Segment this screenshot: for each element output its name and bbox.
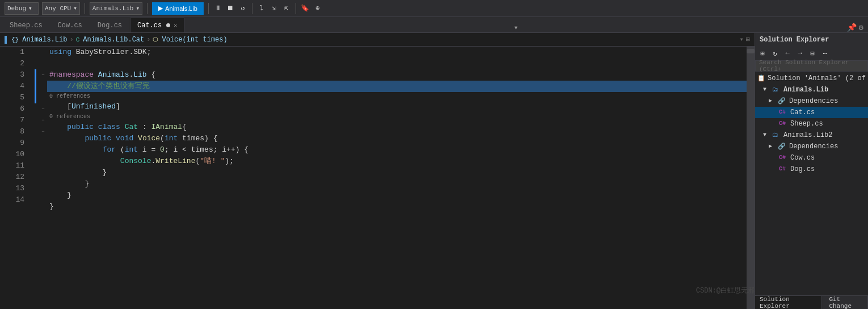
se-item-animalslib2[interactable]: ▼ 🗂 Animals.Lib2 (755, 130, 868, 141)
breadcrumb-class-label: Animals.Lib.Cat (83, 36, 144, 44)
se-item-catcs[interactable]: C# Cat.cs (755, 107, 868, 118)
eg-7-collapse[interactable]: − (39, 115, 47, 126)
se-item-sheepcs[interactable]: C# Sheep.cs (755, 118, 868, 130)
code-line-4: //假设这个类也没有写完 (47, 81, 747, 92)
code-line-5: [Unfinished] (47, 101, 747, 112)
stepout-icon[interactable]: ⇱ (282, 4, 291, 13)
breadcrumb-sep-2: › (146, 36, 150, 44)
platform-dropdown[interactable]: Any CPU ▾ (42, 2, 80, 15)
marker-7 (31, 115, 39, 126)
line-num-4: 4 (0, 81, 24, 92)
editor-scrollbar[interactable] (747, 47, 755, 309)
se-animalslib-label: Animals.Lib (783, 84, 828, 95)
se-solution-label: Solution 'Animals' (2 of 2 (768, 73, 868, 84)
pin-button[interactable]: 📌 (847, 23, 857, 32)
tab-dog[interactable]: Dog.cs (90, 18, 129, 32)
code-line-3: #namespace Animals.Lib { (47, 69, 747, 81)
ref-count-6: 0 references (47, 112, 90, 122)
bookmark-icon[interactable]: 🔖 (301, 4, 310, 13)
code-line-11: } (47, 178, 747, 190)
code-content[interactable]: using BabyStroller.SDK; #namespace Anima… (47, 47, 747, 309)
se-forward-icon[interactable]: → (795, 48, 805, 59)
se-deps2-label: Dependencies (789, 141, 838, 152)
breadcrumb-namespace[interactable]: {} Animals.Lib (11, 36, 67, 44)
code-line-12: } (47, 190, 747, 201)
code-line-10: } (47, 167, 747, 178)
se-item-dogcs[interactable]: C# Dog.cs (755, 164, 868, 175)
line-num-2: 2 (0, 58, 24, 69)
breadcrumb-expand-icon[interactable]: ⊞ (746, 35, 750, 44)
solution-explorer-toolbar: ⊞ ↻ ← → ⊟ ⋯ (755, 47, 868, 60)
se-catcs-icon: C# (779, 107, 788, 118)
breadcrumb-method[interactable]: ⬡ Voice(int times) (153, 36, 227, 44)
se-footer-git-tab[interactable]: Git Change (824, 296, 868, 310)
se-footer-solution-label: Solution Explorer (760, 296, 817, 310)
breadcrumb-overflow-icon[interactable]: ▾ (740, 35, 744, 44)
eg-14 (39, 194, 47, 206)
se-item-deps2[interactable]: ▶ 🔗 Dependencies (755, 141, 868, 152)
se-more-icon[interactable]: ⋯ (820, 48, 830, 59)
play-button[interactable]: ▶ Animals.Lib (152, 2, 204, 15)
se-sync-icon[interactable]: ⊞ (757, 48, 768, 59)
breadcrumb-method-label: Voice(int times) (162, 36, 227, 44)
tab-cat[interactable]: Cat.cs ✕ (130, 18, 184, 32)
tab-cow[interactable]: Cow.cs (50, 18, 90, 32)
breadcrumb-indicator (5, 36, 7, 44)
restart-icon[interactable]: ↺ (238, 4, 247, 13)
se-item-deps1[interactable]: ▶ 🔗 Dependencies (755, 95, 868, 107)
project-dropdown[interactable]: Animals.Lib ▾ (90, 2, 142, 15)
se-back-icon[interactable]: ← (782, 48, 793, 59)
platform-label: Any CPU (45, 5, 71, 12)
eg-10 (39, 149, 47, 160)
eg-6-collapse[interactable]: − (39, 103, 47, 115)
meta-line-6: 0 references (47, 112, 747, 122)
code-line-9: Console.WriteLine("喵! "); (47, 156, 747, 167)
tab-cow-label: Cow.cs (58, 22, 82, 30)
stop-icon[interactable]: ⏹ (226, 4, 235, 13)
toolbar-separator-3 (208, 3, 209, 14)
se-solution-icon: 📋 (757, 73, 765, 84)
csdn-watermark: CSDN:@白虹思无邪 (696, 286, 755, 295)
stepover-icon[interactable]: ⤵ (257, 4, 266, 13)
tab-sheep[interactable]: Sheep.cs (2, 18, 50, 32)
se-collapse-icon[interactable]: ⊟ (807, 48, 818, 59)
breakpoint-icon[interactable]: ⊕ (313, 4, 322, 13)
se-item-cowcs[interactable]: C# Cow.cs (755, 152, 868, 164)
breadcrumb-method-icon: ⬡ (153, 36, 158, 43)
se-sheepcs-icon: C# (779, 118, 788, 130)
toolbar-separator-1 (85, 3, 85, 14)
marker-14 (31, 194, 39, 206)
main-layout: {} Animals.Lib › C Animals.Lib.Cat › ⬡ V… (0, 33, 868, 309)
line-num-13: 13 (0, 183, 24, 194)
line-num-1: 1 (0, 47, 24, 58)
code-line-8: for (int i = 0; i < times; i++) { (47, 144, 747, 156)
eg-1 (39, 47, 47, 58)
tab-overflow-button[interactable]: ▾ (510, 23, 521, 32)
config-dropdown[interactable]: Debug ▾ (5, 2, 39, 15)
se-refresh-icon[interactable]: ↻ (770, 48, 780, 59)
scroll-thumb[interactable] (747, 49, 755, 53)
eg-8-collapse[interactable]: − (39, 126, 47, 137)
tab-dog-label: Dog.cs (98, 22, 122, 30)
solution-explorer-search[interactable]: Search Solution Explorer (Ctrl+ (755, 60, 868, 72)
play-icon: ▶ (158, 5, 163, 12)
stepinto-icon[interactable]: ⇲ (269, 4, 279, 13)
breadcrumb-class[interactable]: C Animals.Lib.Cat (76, 36, 145, 44)
se-item-solution[interactable]: 📋 Solution 'Animals' (2 of 2 (755, 73, 868, 84)
code-block-6: 0 references public class Cat : IAnimal{ (47, 112, 747, 133)
marker-5 (31, 92, 39, 103)
se-item-animalslib[interactable]: ▼ 🗂 Animals.Lib (755, 84, 868, 95)
line-num-9: 9 (0, 137, 24, 149)
marker-9 (31, 137, 39, 149)
tab-cat-close-icon[interactable]: ✕ (174, 22, 177, 29)
eg-2 (39, 58, 47, 69)
settings-button[interactable]: ⚙ (859, 23, 863, 32)
se-footer-solution-tab[interactable]: Solution Explorer (755, 296, 822, 310)
eg-4 (39, 81, 47, 92)
pause-icon[interactable]: ⏸ (213, 4, 222, 13)
se-cowcs-label: Cow.cs (790, 152, 815, 164)
config-label: Debug (7, 5, 26, 12)
eg-3-collapse[interactable]: − (39, 69, 47, 81)
project-chevron-icon: ▾ (136, 5, 140, 12)
se-deps1-arrow: ▶ (769, 95, 777, 107)
